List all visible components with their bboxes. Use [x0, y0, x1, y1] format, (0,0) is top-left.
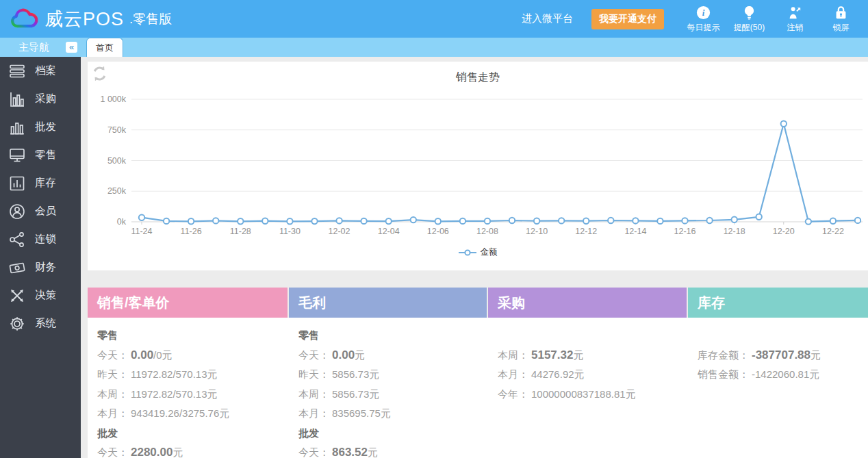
stat-label: 本周： — [298, 388, 329, 400]
stat-subheading: 批发 — [298, 424, 488, 444]
rainbow-cloud-logo-icon — [8, 7, 40, 31]
stat-row: 本周：5856.73元 — [298, 385, 488, 405]
stat-label: 昨天： — [298, 368, 329, 380]
stat-value: 10000000837188.81元 — [531, 388, 636, 400]
svg-text:12-12: 12-12 — [575, 227, 597, 236]
wholesale-chart-icon — [8, 118, 26, 136]
sidebar-item-chain-stores[interactable]: 连锁 — [0, 225, 81, 253]
action-logout[interactable]: 注销 — [772, 5, 818, 34]
logout-icon — [787, 5, 803, 21]
purchase-chart-icon — [8, 90, 26, 108]
svg-text:750k: 750k — [107, 125, 127, 135]
sidebar-item-label: 财务 — [35, 260, 56, 275]
nav-header: 主导航 « — [0, 38, 81, 57]
action-label: 锁屏 — [833, 22, 850, 34]
svg-text:12-20: 12-20 — [773, 227, 795, 236]
app-window: 威云POS .零售版 进入微平台 我要开通支付 i每日提示提醒(50)注销锁屏 … — [0, 0, 868, 458]
sidebar-item-decision[interactable]: 决策 — [0, 281, 81, 309]
stat-subheading — [698, 326, 868, 346]
stat-value-strong: 2280.00 — [131, 446, 173, 458]
tab-home[interactable]: 首页 — [86, 38, 123, 57]
action-daily-tips[interactable]: i每日提示 — [680, 5, 726, 34]
svg-text:12-02: 12-02 — [329, 227, 350, 236]
stat-label: 昨天： — [97, 368, 128, 380]
stat-value: 元 — [355, 349, 365, 361]
stat-row: 本周：5157.32元 — [498, 346, 688, 366]
stat-label: 库存金额： — [698, 349, 749, 361]
stat-value: 11972.82/570.13元 — [131, 368, 218, 380]
stat-subheading: 批发 — [97, 424, 289, 444]
collapse-sidebar-button[interactable]: « — [66, 42, 77, 53]
stat-row: 今天：863.52元 — [298, 443, 488, 458]
legend-marker-icon — [459, 249, 476, 256]
sidebar-item-wholesale[interactable]: 批发 — [0, 113, 81, 141]
svg-text:12-10: 12-10 — [526, 227, 548, 236]
stat-row: 今天：0.00/0元 — [97, 346, 289, 366]
brand-title: 威云POS — [44, 7, 124, 31]
stats-column-sales-per-ticket: 零售今天：0.00/0元昨天：11972.82/570.13元本周：11972.… — [88, 318, 289, 458]
sidebar-item-retail[interactable]: 零售 — [0, 141, 81, 169]
sidebar-item-system[interactable]: 系统 — [0, 309, 81, 338]
gear-icon — [8, 315, 26, 333]
sidebar-item-purchasing[interactable]: 采购 — [0, 85, 81, 113]
stats-column-purchasing: 本周：5157.32元本月：44276.92元今年：10000000837188… — [488, 318, 688, 458]
svg-text:i: i — [702, 8, 705, 18]
svg-text:12-18: 12-18 — [724, 227, 745, 236]
cross-arrows-icon — [8, 287, 26, 305]
sidebar-item-label: 批发 — [35, 120, 56, 134]
open-payment-button[interactable]: 我要开通支付 — [591, 9, 664, 29]
sidebar-item-archives[interactable]: 档案 — [0, 57, 81, 85]
main-content: 销售走势 0k250k500k750k1 000k11-2411-2611-28… — [81, 57, 868, 458]
stat-value: 11972.82/570.13元 — [131, 388, 218, 400]
sidebar-item-label: 连锁 — [35, 232, 56, 246]
sidebar-item-members[interactable]: 会员 — [0, 197, 81, 225]
action-reminder[interactable]: 提醒(50) — [726, 5, 772, 34]
legend-label: 金额 — [481, 246, 498, 258]
panel-header-inventory: 库存 — [688, 288, 868, 318]
lock-icon — [833, 5, 849, 21]
svg-text:12-14: 12-14 — [624, 227, 646, 236]
summary-stats: 零售今天：0.00/0元昨天：11972.82/570.13元本周：11972.… — [88, 318, 868, 458]
stat-row: 昨天：11972.82/570.13元 — [97, 365, 289, 385]
summary-panel-headers: 销售/客单价毛利采购库存 — [88, 288, 868, 318]
stat-value: 44276.92元 — [531, 368, 585, 380]
stat-subheading: 零售 — [298, 326, 488, 346]
panel-header-sales-per-ticket: 销售/客单价 — [88, 288, 288, 318]
sidebar: 档案采购批发零售库存会员连锁财务决策系统 — [0, 57, 81, 458]
stat-row: 今天：0.00元 — [298, 346, 488, 366]
stat-label: 今天： — [97, 349, 128, 361]
stat-value: 943419.26/3275.76元 — [131, 407, 229, 419]
stat-label: 今年： — [498, 388, 528, 400]
stat-value: /0元 — [153, 349, 173, 361]
stat-row: 本月：44276.92元 — [498, 365, 688, 385]
sidebar-item-label: 采购 — [35, 92, 56, 106]
stat-value: 835695.75元 — [332, 407, 391, 419]
stat-value: 元 — [810, 349, 821, 361]
stat-label: 本月： — [298, 407, 329, 419]
stat-row: 今天：2280.00元 — [97, 443, 289, 458]
stat-value-strong: 5157.32 — [531, 348, 573, 361]
stat-label: 今天： — [298, 446, 329, 458]
sidebar-item-label: 决策 — [35, 288, 56, 303]
weiplatform-link[interactable]: 进入微平台 — [522, 12, 573, 25]
stat-row: 本月：835695.75元 — [298, 404, 488, 424]
sidebar-item-label: 会员 — [35, 204, 56, 218]
sales-trend-card: 销售走势 0k250k500k750k1 000k11-2411-2611-28… — [88, 62, 868, 270]
legend-item-amount[interactable]: 金额 — [88, 246, 868, 258]
bulb-icon — [741, 5, 757, 21]
monitor-icon — [8, 147, 26, 164]
svg-text:500k: 500k — [107, 156, 127, 166]
svg-text:12-06: 12-06 — [427, 227, 449, 236]
sub-bar: 主导航 « 首页 — [0, 38, 868, 57]
sidebar-item-label: 系统 — [35, 316, 56, 331]
stat-label: 今天： — [97, 446, 128, 458]
stat-value: 5856.73元 — [332, 388, 379, 400]
sidebar-item-inventory[interactable]: 库存 — [0, 169, 81, 197]
action-lock-screen[interactable]: 锁屏 — [818, 5, 864, 34]
stat-value: 元 — [173, 446, 183, 458]
stats-column-gross-profit: 零售今天：0.00元昨天：5856.73元本周：5856.73元本月：83569… — [289, 318, 488, 458]
sidebar-item-finance[interactable]: 财务 — [0, 253, 81, 281]
svg-text:11-30: 11-30 — [279, 227, 301, 236]
panel-header-gross-profit: 毛利 — [289, 288, 487, 318]
brand-subtitle: .零售版 — [129, 10, 172, 28]
